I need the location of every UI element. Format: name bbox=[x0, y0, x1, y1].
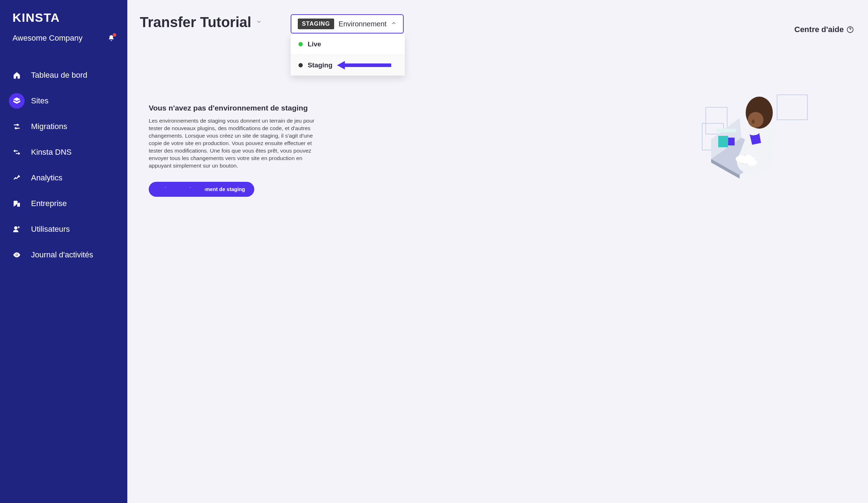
annotation-arrow bbox=[149, 185, 205, 194]
environment-label: Environnement bbox=[338, 20, 387, 28]
site-title-selector[interactable]: Transfer Tutorial bbox=[140, 14, 262, 30]
empty-state-heading: Vous n'avez pas d'environnement de stagi… bbox=[149, 104, 320, 112]
environment-dropdown: Live Staging bbox=[291, 34, 405, 76]
site-title: Transfer Tutorial bbox=[140, 14, 251, 30]
company-row: Awesome Company bbox=[0, 28, 127, 55]
notifications-bell[interactable] bbox=[108, 35, 115, 42]
help-center-label: Centre d'aide bbox=[795, 25, 844, 34]
logo-text: KINSTA bbox=[12, 11, 115, 25]
environment-option-live[interactable]: Live bbox=[291, 34, 405, 55]
company-name[interactable]: Awesome Company bbox=[12, 34, 82, 43]
notification-dot bbox=[113, 33, 116, 37]
sidebar-item-analytics[interactable]: Analytics bbox=[0, 165, 127, 191]
sidebar-item-label: Entreprise bbox=[31, 199, 67, 208]
illustration-person-laptop bbox=[686, 82, 815, 189]
home-icon bbox=[9, 67, 25, 83]
sidebar-item-dns[interactable]: Kinsta DNS bbox=[0, 139, 127, 165]
dns-icon bbox=[9, 144, 25, 160]
sidebar: KINSTA Awesome Company Tableau de bord S… bbox=[0, 0, 127, 503]
company-icon bbox=[9, 196, 25, 211]
environment-option-staging[interactable]: Staging bbox=[291, 55, 405, 76]
sidebar-item-label: Kinsta DNS bbox=[31, 148, 72, 157]
top-bar: Transfer Tutorial STAGING Environnement … bbox=[140, 14, 854, 34]
svg-point-11 bbox=[736, 155, 747, 163]
environment-button[interactable]: STAGING Environnement bbox=[291, 14, 404, 34]
svg-rect-4 bbox=[777, 95, 807, 120]
annotation-arrow bbox=[337, 61, 391, 70]
users-icon bbox=[9, 221, 25, 237]
analytics-icon bbox=[9, 170, 25, 186]
sidebar-item-users[interactable]: Utilisateurs bbox=[0, 216, 127, 242]
sidebar-item-sites[interactable]: Sites bbox=[0, 88, 127, 114]
environment-badge: STAGING bbox=[298, 19, 335, 29]
sidebar-item-label: Journal d'activités bbox=[31, 250, 93, 260]
svg-point-10 bbox=[752, 119, 755, 124]
svg-point-9 bbox=[748, 112, 764, 128]
environment-option-label: Staging bbox=[308, 61, 333, 69]
sidebar-item-dashboard[interactable]: Tableau de bord bbox=[0, 62, 127, 88]
empty-state-description: Les environnements de staging vous donne… bbox=[149, 117, 320, 169]
migrations-icon bbox=[9, 119, 25, 134]
sidebar-item-activity[interactable]: Journal d'activités bbox=[0, 242, 127, 268]
svg-point-0 bbox=[15, 227, 17, 229]
svg-rect-5 bbox=[718, 136, 728, 147]
environment-selector: STAGING Environnement Live Staging bbox=[291, 14, 404, 34]
sidebar-nav: Tableau de bord Sites Migrations Kinsta … bbox=[0, 55, 127, 268]
status-dot-live bbox=[298, 42, 303, 46]
logo: KINSTA bbox=[0, 9, 127, 28]
svg-rect-6 bbox=[728, 138, 735, 145]
sidebar-item-label: Analytics bbox=[31, 173, 62, 183]
environment-option-label: Live bbox=[308, 40, 321, 48]
svg-point-12 bbox=[747, 159, 757, 166]
status-dot-staging bbox=[298, 63, 303, 67]
help-icon bbox=[847, 26, 854, 33]
activity-icon bbox=[9, 247, 25, 263]
sidebar-item-label: Tableau de bord bbox=[31, 71, 87, 80]
sidebar-item-label: Migrations bbox=[31, 122, 67, 131]
sidebar-item-migrations[interactable]: Migrations bbox=[0, 114, 127, 139]
sidebar-item-label: Sites bbox=[31, 96, 48, 106]
svg-rect-7 bbox=[716, 129, 736, 132]
chevron-up-icon bbox=[391, 20, 397, 27]
sidebar-item-label: Utilisateurs bbox=[31, 225, 70, 234]
main: Transfer Tutorial STAGING Environnement … bbox=[127, 0, 868, 503]
empty-staging-content: Vous n'avez pas d'environnement de stagi… bbox=[140, 104, 854, 197]
sites-icon bbox=[9, 93, 25, 109]
chevron-down-icon bbox=[256, 19, 262, 26]
help-center-link[interactable]: Centre d'aide bbox=[795, 25, 854, 34]
sidebar-item-company[interactable]: Entreprise bbox=[0, 191, 127, 216]
